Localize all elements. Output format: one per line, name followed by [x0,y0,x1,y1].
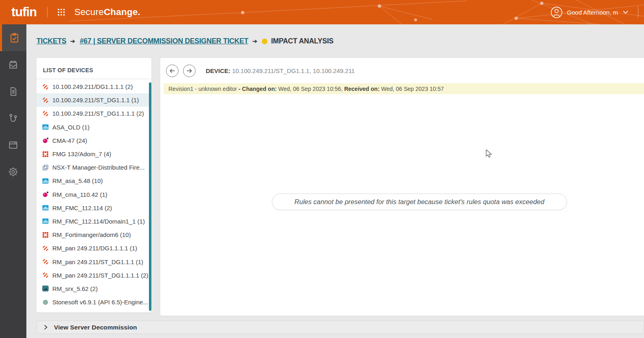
breadcrumb-current-step: IMPACT ANALYSIS [271,37,334,45]
header-divider [47,7,47,17]
checkpoint-icon [42,191,49,198]
panorama-icon [42,97,49,103]
device-list-item[interactable]: ASA_OLD (1) [37,121,151,134]
revision-bar: Revision1 - unknown editor - Changed on:… [164,83,644,94]
next-device-button[interactable] [183,65,196,77]
breadcrumb-tickets-link[interactable]: TICKETS [37,37,66,45]
chevron-right-icon [43,324,49,330]
arrow-left-icon [169,67,176,74]
app-title: SecureChange. [74,7,140,17]
device-list-item[interactable]: RM_cma_110.42 (1) [37,188,151,201]
changed-on-label: - Changed on: [239,86,277,92]
cisco-icon [42,124,49,130]
current-device-line: DEVICE: 10.100.249.211/ST_DG1.1.1, 10.10… [206,67,355,74]
app-title-bold: Change [104,7,138,17]
cisco-icon [42,205,49,211]
header-right-divider [638,6,638,18]
inbox-icon [8,59,19,70]
user-avatar-icon [550,6,563,19]
device-list-item[interactable]: RM_pan 249.211/DG1.1.1.1 (1) [37,241,151,255]
device-list-scrollbar[interactable] [149,82,151,311]
sidebar-item-workflows[interactable] [0,105,26,131]
chevron-down-icon [623,11,628,14]
device-list-item[interactable]: RM_pan 249.211/ST_DG1.1.1.1 (2) [37,269,151,282]
device-list-title: LIST OF DEVICES [37,58,151,79]
device-nav-row: DEVICE: 10.100.249.211/ST_DG1.1.1, 10.10… [160,58,644,83]
apps-grid-icon[interactable] [57,8,65,16]
sidebar-item-browser[interactable] [0,131,26,158]
device-list-item[interactable]: NSX-T Manager-Distributed Fire... [37,161,151,174]
tickets-clipboard-icon [9,32,20,43]
device-value: 10.100.249.211/ST_DG1.1.1, 10.100.249.21… [232,67,355,74]
cisco-icon [42,218,49,224]
panorama-icon [42,84,49,90]
greeting-text: Good Afternoon, m [567,9,618,16]
browser-window-icon [8,140,19,151]
breadcrumb: TICKETS #67 | SERVER DECOMMISSION DESIGN… [26,24,644,58]
settings-gear-icon [8,166,19,177]
panorama-icon [42,258,49,265]
app-header: tufin SecureChange. Good Afternoon, m [0,0,644,24]
fortinet-icon [42,151,49,157]
device-list-item[interactable]: RM_pan 249.211/ST_DG1.1.1 (1) [37,255,151,268]
device-list-item[interactable]: RM_Fortimanger/adom6 (10) [37,228,151,241]
breadcrumb-arrow-icon [70,38,76,44]
device-list-item-selected[interactable]: 10.100.249.211/ST_DG1.1.1 (1) [37,93,151,107]
revision-editor-text: Revision1 - unknown editor [168,86,239,92]
sidebar-item-settings[interactable] [0,158,26,185]
device-list-item[interactable]: CMA-47 (24) [37,134,151,147]
device-list-item[interactable]: RM_asa_5.48 (10) [37,174,151,187]
user-menu[interactable]: Good Afternoon, m [550,6,644,19]
tufin-logo[interactable]: tufin [11,5,37,19]
breadcrumb-ticket-link[interactable]: #67 | SERVER DECOMMISSION DESIGNER TICKE… [80,37,248,45]
cisco-icon [42,178,49,184]
device-list-item[interactable]: Stonesoft v6.9.1 (API 6.5)-Engine... [37,295,151,309]
impact-analysis-panel: DEVICE: 10.100.249.211/ST_DG1.1.1, 10.10… [160,58,644,316]
sidebar-item-inbox[interactable] [0,51,26,78]
device-list-panel: LIST OF DEVICES 10.100.249.211/DG1.1.1.1… [37,58,151,312]
device-list: 10.100.249.211/DG1.1.1.1 (2) 10.100.249.… [37,79,151,309]
device-list-item[interactable]: 10.100.249.211/ST_DG1.1.1.1 (2) [37,107,151,120]
received-on-value: Wed, 06 Sep 2023 10:57 [379,86,444,92]
stonesoft-icon [42,299,49,306]
securechange-app: tufin SecureChange. Good Afternoon, m [0,0,644,338]
status-dot-yellow [262,39,267,44]
rules-quota-message: Rules cannot be presented for this targe… [272,194,567,210]
device-label: DEVICE: [206,67,230,74]
sidebar-item-tickets[interactable] [0,24,26,51]
app-title-regular: Secure [74,7,104,17]
device-list-item[interactable]: RM_FMC_112.114/Domain1_1 (1) [37,215,151,228]
changed-on-value: Wed, 06 Sep 2023 10:56, [277,86,342,92]
sidebar-item-reports[interactable] [0,78,26,105]
panorama-icon [42,272,49,278]
view-server-decommission-bar[interactable]: View Server Decommission [37,321,644,334]
fortinet-icon [42,232,49,238]
workflow-icon [8,113,19,124]
device-list-item[interactable]: RM_FMC_112.114 (2) [37,201,151,215]
previous-device-button[interactable] [166,65,179,77]
reports-document-icon [8,86,19,97]
panorama-icon [42,110,49,117]
arrow-right-icon [186,67,193,74]
device-list-item[interactable]: FMG 132/Adom_7 (4) [37,147,151,161]
received-on-label: Received on: [342,86,379,92]
main-sidebar [0,24,26,338]
device-list-item[interactable]: RM_srx_5.62 (2) [37,282,151,295]
juniper-srx-icon [42,285,49,292]
nsx-icon [42,164,49,171]
app-title-suffix: . [138,7,140,17]
breadcrumb-arrow-icon [252,38,258,44]
view-server-decommission-label: View Server Decommission [54,324,137,331]
checkpoint-icon [42,137,49,144]
device-list-item[interactable]: 10.100.249.211/DG1.1.1.1 (2) [37,80,151,93]
panorama-icon [42,245,49,252]
